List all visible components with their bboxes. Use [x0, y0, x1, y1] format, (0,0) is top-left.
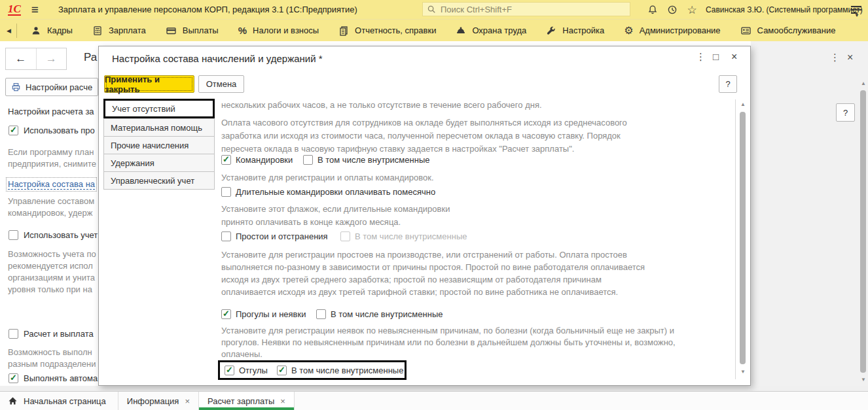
people-icon: [31, 26, 41, 36]
content-border: [735, 99, 736, 379]
checkbox-checked[interactable]: [277, 366, 287, 375]
checkbox-unchecked[interactable]: [316, 309, 326, 319]
scroll-down-icon[interactable]: ▼: [740, 369, 746, 375]
search-icon: [427, 5, 436, 14]
collapse-panel-icon[interactable]: ◀: [7, 27, 11, 34]
close-icon[interactable]: ×: [280, 396, 285, 406]
description-text: Установите для регистрации простоев на п…: [221, 248, 647, 298]
section-label: Отчетность, справки: [355, 26, 436, 35]
bg-window-close-icon[interactable]: ×: [847, 52, 853, 63]
close-icon[interactable]: ×: [185, 396, 190, 406]
tab-label: Информация: [127, 396, 179, 406]
section-zarplata[interactable]: Зарплата: [92, 26, 146, 36]
setup-composition-link[interactable]: Настройка состава на: [8, 179, 95, 190]
checkbox-absence-intrashift[interactable]: В том числе внутрисменные: [316, 309, 443, 319]
calc-settings-print-button[interactable]: Настройки расче: [5, 78, 98, 96]
bg-checkbox-use-program[interactable]: Использовать про: [9, 126, 95, 135]
section-samoobsluzhivanie[interactable]: Самообслуживание: [740, 26, 836, 36]
scroll-down-icon[interactable]: ▼: [861, 377, 866, 383]
checkbox-unchecked[interactable]: [9, 230, 18, 240]
section-label: Самообслуживание: [757, 26, 836, 35]
bg-window-menu-icon[interactable]: ⋮: [830, 52, 840, 63]
section-label: Налоги и взносы: [253, 26, 319, 35]
home-page-tab[interactable]: Начальная страница: [0, 392, 118, 410]
checkbox-unchecked[interactable]: [303, 155, 313, 165]
bg-hint-line: рекомендуется испол: [8, 261, 93, 271]
dialog-more-icon[interactable]: ⋮: [696, 51, 706, 63]
service-menu-icon[interactable]: ▼: [851, 4, 863, 16]
window-tab-raschet-zarplaty[interactable]: Расчет зарплаты ×: [199, 392, 295, 410]
checkbox-label: Использовать учет: [24, 230, 98, 240]
1c-logo: 1С: [8, 3, 21, 16]
back-button[interactable]: ←: [6, 48, 37, 69]
checkbox-checked[interactable]: [225, 366, 234, 375]
checkbox-checked[interactable]: [9, 373, 18, 383]
tab-uchet-otsutstviy[interactable]: Учет отсутствий: [103, 99, 215, 118]
bg-hint-line: Если программу план: [8, 147, 94, 157]
checkbox-business-trips[interactable]: Командировки: [221, 155, 293, 165]
scroll-up-icon[interactable]: ▲: [740, 102, 746, 107]
checkbox-checked[interactable]: [221, 155, 231, 165]
checkbox-downtime[interactable]: Простои и отстранения: [221, 231, 328, 241]
window-tab-informatsiya[interactable]: Информация ×: [118, 392, 199, 410]
section-administrirovanie[interactable]: ⚙ Администрирование: [624, 26, 720, 36]
app-root: 1С ≡ Зарплата и управление персоналом КО…: [0, 0, 868, 410]
checkbox-trips-intrashift[interactable]: В том числе внутрисменные: [303, 155, 429, 165]
checkbox-unchecked[interactable]: [221, 231, 231, 241]
bg-hint-line: Управление составом: [8, 196, 94, 206]
description-text: Оплата часового отсутствия для сотрудник…: [221, 116, 647, 156]
checkbox-label: Использовать про: [24, 126, 95, 135]
section-label: Администрирование: [640, 26, 721, 35]
title-bar: 1С ≡ Зарплата и управление персоналом КО…: [0, 0, 868, 19]
section-otchetnost[interactable]: Отчетность, справки: [338, 26, 436, 36]
notifications-bell-icon[interactable]: [645, 3, 660, 17]
tab-uderzhaniya[interactable]: Удержания: [103, 154, 215, 172]
tab-materialnaya-pomosch[interactable]: Материальная помощь: [103, 118, 215, 137]
checkbox-checked[interactable]: [221, 309, 231, 319]
checkbox-label: В том числе внутрисменные: [331, 309, 443, 319]
section-nalogi[interactable]: % Налоги и взносы: [238, 25, 319, 36]
section-kadry[interactable]: Кадры: [31, 26, 73, 36]
app-title: Зарплата и управление персоналом КОРП, р…: [58, 5, 357, 14]
bg-help-button[interactable]: ?: [836, 103, 855, 122]
bg-checkbox-auto[interactable]: Выполнять автома: [9, 373, 98, 383]
percent-icon: %: [238, 25, 247, 36]
description-text: Установите для регистрации и оплаты кома…: [221, 171, 666, 184]
history-icon[interactable]: [665, 3, 679, 17]
section-nastroyka[interactable]: Настройка: [546, 26, 604, 36]
bg-checkbox-calc-payment[interactable]: Расчет и выплата: [9, 329, 94, 339]
search-input[interactable]: [439, 4, 626, 15]
scroll-up-icon[interactable]: ▲: [861, 81, 866, 86]
tab-prochie-nachisleniya[interactable]: Прочие начисления: [103, 136, 215, 154]
current-user[interactable]: Савинская З.Ю. (Системный программист): [706, 5, 863, 14]
favorites-star-icon[interactable]: ☆: [685, 3, 699, 17]
tab-upravlencheskiy-uchet[interactable]: Управленческий учет: [103, 171, 215, 190]
main-menu-icon[interactable]: ≡: [31, 3, 39, 16]
forward-button[interactable]: →: [37, 48, 67, 69]
bg-scrollbar-thumb[interactable]: [860, 90, 866, 373]
section-ohrana-truda[interactable]: Охрана труда: [456, 26, 526, 36]
dialog-close-icon[interactable]: ×: [731, 51, 737, 63]
tab-label: Материальная помощь: [111, 123, 202, 133]
background-window-area: [751, 41, 868, 386]
section-label: Кадры: [47, 26, 73, 35]
description-text: нескольких рабочих часов, а не только от…: [221, 99, 666, 111]
description-text: Установите этот флажок, если длительные …: [221, 203, 470, 229]
dialog-maximize-icon[interactable]: □: [713, 51, 719, 62]
dialog-scrollbar-thumb[interactable]: [740, 112, 746, 364]
checkbox-long-trips-monthly[interactable]: Длительные командировки оплачивать помес…: [221, 187, 435, 197]
section-vyplaty[interactable]: Выплаты: [166, 26, 219, 36]
cancel-button[interactable]: Отмена: [198, 75, 244, 93]
global-search[interactable]: [422, 2, 630, 16]
checkbox-absenteeism[interactable]: Прогулы и неявки: [221, 309, 306, 319]
checkbox-label: Прогулы и неявки: [236, 309, 306, 319]
checkbox-unchecked[interactable]: [221, 187, 231, 197]
checkbox-checked[interactable]: [9, 126, 18, 135]
dialog-help-button[interactable]: ?: [719, 75, 737, 93]
bg-checkbox-accounting[interactable]: Использовать учет: [9, 230, 98, 240]
apply-and-close-button[interactable]: Применить и закрыть: [104, 75, 194, 93]
checkbox-label: В том числе внутрисменные: [291, 366, 403, 375]
checkbox-unchecked[interactable]: [9, 329, 18, 339]
report-icon: [338, 26, 349, 36]
section-label: Настройка: [562, 26, 604, 35]
